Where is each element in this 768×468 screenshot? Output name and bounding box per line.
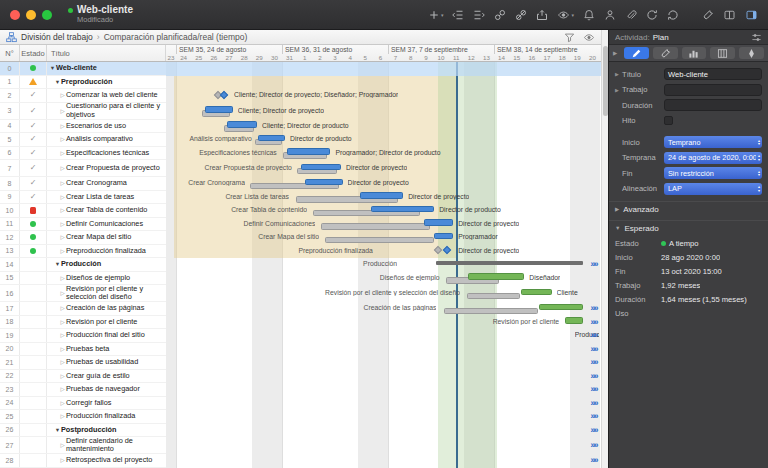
- gantt-row[interactable]: »»: [166, 343, 601, 357]
- gantt-bar[interactable]: [434, 233, 453, 240]
- offscreen-indicator[interactable]: »»: [591, 399, 597, 408]
- gantt-milestone[interactable]: [443, 246, 451, 254]
- gantt-row[interactable]: »»: [166, 356, 601, 370]
- collapse-icon[interactable]: ▼: [54, 79, 61, 85]
- gantt-row[interactable]: Especificaciones técnicasProgramador; Di…: [166, 147, 601, 161]
- gantt-row[interactable]: Crear Propuesta de proyectoDirector de p…: [166, 160, 601, 177]
- inspector-tab-chart[interactable]: [682, 47, 707, 59]
- offscreen-indicator[interactable]: »»: [591, 412, 597, 421]
- table-row[interactable]: 24▷Corregir fallos: [0, 397, 166, 411]
- gantt-bar[interactable]: [205, 106, 233, 113]
- expand-icon[interactable]: ▷: [59, 180, 66, 186]
- table-row[interactable]: 13▷Preproducción finalizada: [0, 245, 166, 259]
- filter-icon[interactable]: [564, 32, 575, 43]
- offscreen-indicator[interactable]: »»: [591, 304, 597, 313]
- gantt-bar[interactable]: [287, 148, 331, 155]
- gantt-row[interactable]: »»: [166, 410, 601, 424]
- view-options-icon[interactable]: ▾: [557, 9, 574, 21]
- gantt-bar[interactable]: [565, 317, 583, 324]
- offscreen-indicator[interactable]: »»: [591, 260, 597, 269]
- expand-icon[interactable]: ▷: [59, 386, 66, 392]
- collapse-icon[interactable]: ▼: [54, 427, 61, 433]
- breadcrumb-detail[interactable]: Comparación planificada/real (tiempo): [104, 32, 248, 42]
- gantt-row[interactable]: Revisión por el cliente»»: [166, 316, 601, 330]
- collapse-icon[interactable]: ▼: [54, 261, 61, 267]
- table-row[interactable]: 26▼Postproducción: [0, 424, 166, 438]
- gantt-bar[interactable]: [305, 179, 343, 186]
- expand-icon[interactable]: ▷: [59, 442, 66, 448]
- expand-icon[interactable]: ▷: [59, 290, 66, 296]
- expand-icon[interactable]: ▷: [59, 207, 66, 213]
- expand-icon[interactable]: ▷: [59, 413, 66, 419]
- gantt-row[interactable]: [166, 62, 601, 76]
- gantt-bar[interactable]: [360, 192, 403, 199]
- expand-icon[interactable]: ▷: [59, 332, 66, 338]
- resources-icon[interactable]: [604, 9, 616, 21]
- gantt-bar[interactable]: [258, 135, 285, 142]
- table-row[interactable]: 6✓▷Especificaciones técnicas: [0, 147, 166, 161]
- table-row[interactable]: 17▷Creación de las páginas: [0, 302, 166, 316]
- share-icon[interactable]: [536, 9, 548, 21]
- disclosure-icon[interactable]: ▶: [615, 87, 620, 93]
- gantt-row[interactable]: Crear Mapa del sitioProgramador: [166, 231, 601, 245]
- offscreen-indicator[interactable]: »»: [591, 358, 597, 367]
- gantt-bar[interactable]: [539, 304, 583, 311]
- expand-icon[interactable]: ▷: [59, 457, 66, 463]
- table-row[interactable]: 21▷Pruebas de usabilidad: [0, 356, 166, 370]
- table-row[interactable]: 28▷Retrospectiva del proyecto: [0, 454, 166, 468]
- toggle-inspector-icon[interactable]: [745, 9, 758, 21]
- expand-icon[interactable]: ▷: [59, 123, 66, 129]
- table-row[interactable]: 18▷Revisión por el cliente: [0, 316, 166, 330]
- split-window-icon[interactable]: [723, 9, 736, 21]
- expand-icon[interactable]: ▷: [59, 305, 66, 311]
- collapse-icon[interactable]: ▼: [49, 65, 56, 71]
- gantt-row[interactable]: Crear Lista de tareasDirector de proyect…: [166, 191, 601, 205]
- temprana-select[interactable]: 24 de agosto de 2020, 0:00▴▾: [664, 152, 762, 164]
- section-esperado[interactable]: ▼ Esperado: [609, 220, 768, 236]
- activity-value[interactable]: Plan: [653, 33, 669, 42]
- gantt-row[interactable]: Producción final del sitio»»: [166, 329, 601, 343]
- gantt-row[interactable]: Cliente; Director de producto: [166, 120, 601, 134]
- gantt-row[interactable]: »»: [166, 424, 601, 438]
- titulo-field[interactable]: Web-cliente: [664, 68, 762, 80]
- gantt-row[interactable]: Cliente; Director de proyecto; Diseñador…: [166, 89, 601, 103]
- disclosure-icon[interactable]: ▶: [615, 71, 620, 77]
- expand-icon[interactable]: ▷: [59, 108, 66, 114]
- offscreen-indicator[interactable]: »»: [591, 318, 597, 327]
- scrollbar-thumb[interactable]: [603, 46, 608, 116]
- table-row[interactable]: 12▷Crear Mapa del sitio: [0, 231, 166, 245]
- gantt-bar[interactable]: [521, 289, 551, 296]
- gantt-row[interactable]: Crear CronogramaDirector de proyecto: [166, 177, 601, 191]
- offscreen-indicator[interactable]: »»: [591, 372, 597, 381]
- column-header-titulo[interactable]: Título: [47, 45, 166, 61]
- gantt-row[interactable]: »»: [166, 383, 601, 397]
- table-row[interactable]: 5✓▷Análisis comparativo: [0, 133, 166, 147]
- fin-select[interactable]: Sin restricción▴▾: [664, 167, 762, 179]
- offscreen-indicator[interactable]: »»: [591, 345, 597, 354]
- gantt-row[interactable]: [166, 76, 601, 90]
- expand-icon[interactable]: ▷: [59, 248, 66, 254]
- expand-icon[interactable]: ▷: [59, 136, 66, 142]
- table-row[interactable]: 7✓▷Crear Propuesta de proyecto: [0, 160, 166, 177]
- table-row[interactable]: 27▷Definir calendario de mantenimiento: [0, 437, 166, 454]
- gantt-row[interactable]: Diseños de ejemploDiseñador: [166, 272, 601, 286]
- outline-outdent-icon[interactable]: [452, 9, 464, 21]
- unlink-icon[interactable]: [515, 9, 527, 21]
- expand-icon[interactable]: ▷: [59, 221, 66, 227]
- gantt-row[interactable]: Revisión por el cliente y selección del …: [166, 285, 601, 302]
- gantt-row[interactable]: Definir ComunicacionesDirector de proyec…: [166, 218, 601, 232]
- tools-icon[interactable]: [702, 9, 714, 21]
- outline-indent-icon[interactable]: [473, 9, 485, 21]
- gantt-row[interactable]: »»: [166, 437, 601, 454]
- expand-icon[interactable]: ▷: [59, 373, 66, 379]
- gantt-row[interactable]: Crear Tabla de contenidoDirector de prod…: [166, 204, 601, 218]
- table-row[interactable]: 25▷Producción finalizada: [0, 410, 166, 424]
- gantt-row[interactable]: Preproducción finalizadaDirector de proy…: [166, 245, 601, 259]
- expand-icon[interactable]: ▷: [59, 346, 66, 352]
- inspector-tab-plan[interactable]: [653, 47, 678, 59]
- table-row[interactable]: 14▼Producción: [0, 258, 166, 272]
- gantt-bar[interactable]: [424, 219, 453, 226]
- duracion-field[interactable]: [664, 99, 762, 111]
- gantt-bar[interactable]: [301, 164, 341, 171]
- gantt-bar[interactable]: [325, 237, 434, 244]
